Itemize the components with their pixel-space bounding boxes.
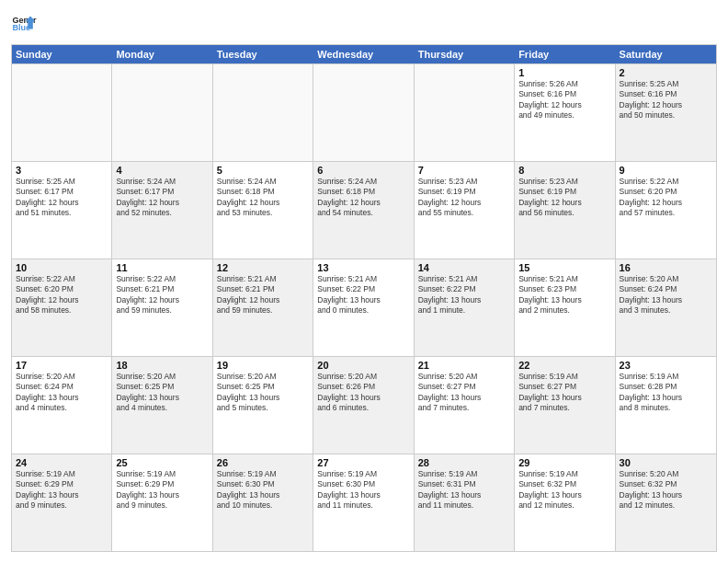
page: General Blue SundayMondayTuesdayWednesda… [0, 0, 728, 563]
day-number: 22 [518, 360, 610, 371]
cell-info: Sunrise: 5:20 AM Sunset: 6:27 PM Dayligh… [418, 372, 510, 414]
calendar-cell-2-2: 12Sunrise: 5:21 AM Sunset: 6:21 PM Dayli… [213, 259, 313, 356]
day-number: 17 [16, 360, 108, 371]
cell-info: Sunrise: 5:19 AM Sunset: 6:30 PM Dayligh… [317, 469, 409, 511]
calendar-cell-4-2: 26Sunrise: 5:19 AM Sunset: 6:30 PM Dayli… [213, 454, 313, 551]
calendar-cell-0-5: 1Sunrise: 5:26 AM Sunset: 6:16 PM Daylig… [515, 64, 615, 161]
header-day-wednesday: Wednesday [313, 45, 414, 63]
logo-icon: General Blue [11, 11, 37, 37]
cell-info: Sunrise: 5:19 AM Sunset: 6:29 PM Dayligh… [116, 469, 208, 511]
day-number: 27 [317, 457, 409, 468]
calendar-cell-3-5: 22Sunrise: 5:19 AM Sunset: 6:27 PM Dayli… [515, 357, 615, 454]
calendar-cell-1-0: 3Sunrise: 5:25 AM Sunset: 6:17 PM Daylig… [12, 162, 112, 259]
header-day-friday: Friday [515, 45, 615, 63]
calendar-cell-3-1: 18Sunrise: 5:20 AM Sunset: 6:25 PM Dayli… [112, 357, 212, 454]
day-number: 15 [518, 262, 610, 273]
calendar-cell-0-1 [112, 64, 212, 161]
calendar-cell-4-0: 24Sunrise: 5:19 AM Sunset: 6:29 PM Dayli… [12, 454, 112, 551]
calendar: SundayMondayTuesdayWednesdayThursdayFrid… [11, 44, 717, 552]
day-number: 4 [116, 165, 208, 176]
day-number: 18 [116, 360, 208, 371]
day-number: 23 [620, 360, 712, 371]
day-number: 24 [16, 457, 108, 468]
calendar-cell-2-3: 13Sunrise: 5:21 AM Sunset: 6:22 PM Dayli… [313, 259, 414, 356]
day-number: 8 [518, 165, 610, 176]
cell-info: Sunrise: 5:20 AM Sunset: 6:26 PM Dayligh… [317, 372, 409, 414]
cell-info: Sunrise: 5:21 AM Sunset: 6:22 PM Dayligh… [418, 274, 510, 316]
day-number: 14 [418, 262, 510, 273]
calendar-row-2: 10Sunrise: 5:22 AM Sunset: 6:20 PM Dayli… [12, 259, 716, 356]
day-number: 13 [317, 262, 409, 273]
cell-info: Sunrise: 5:23 AM Sunset: 6:19 PM Dayligh… [518, 177, 610, 219]
calendar-cell-3-6: 23Sunrise: 5:19 AM Sunset: 6:28 PM Dayli… [616, 357, 716, 454]
cell-info: Sunrise: 5:25 AM Sunset: 6:16 PM Dayligh… [620, 79, 712, 121]
svg-text:Blue: Blue [12, 23, 30, 32]
cell-info: Sunrise: 5:19 AM Sunset: 6:27 PM Dayligh… [518, 372, 610, 414]
day-number: 3 [16, 165, 108, 176]
calendar-cell-1-5: 8Sunrise: 5:23 AM Sunset: 6:19 PM Daylig… [515, 162, 615, 259]
cell-info: Sunrise: 5:22 AM Sunset: 6:20 PM Dayligh… [16, 274, 108, 316]
calendar-cell-2-6: 16Sunrise: 5:20 AM Sunset: 6:24 PM Dayli… [616, 259, 716, 356]
day-number: 7 [418, 165, 510, 176]
calendar-cell-4-6: 30Sunrise: 5:20 AM Sunset: 6:32 PM Dayli… [616, 454, 716, 551]
calendar-cell-1-4: 7Sunrise: 5:23 AM Sunset: 6:19 PM Daylig… [415, 162, 515, 259]
header-day-tuesday: Tuesday [213, 45, 313, 63]
cell-info: Sunrise: 5:24 AM Sunset: 6:18 PM Dayligh… [217, 177, 309, 219]
cell-info: Sunrise: 5:21 AM Sunset: 6:22 PM Dayligh… [317, 274, 409, 316]
calendar-cell-0-0 [12, 64, 112, 161]
cell-info: Sunrise: 5:21 AM Sunset: 6:21 PM Dayligh… [217, 274, 309, 316]
day-number: 10 [16, 262, 108, 273]
cell-info: Sunrise: 5:19 AM Sunset: 6:31 PM Dayligh… [418, 469, 510, 511]
cell-info: Sunrise: 5:22 AM Sunset: 6:21 PM Dayligh… [116, 274, 208, 316]
calendar-cell-2-5: 15Sunrise: 5:21 AM Sunset: 6:23 PM Dayli… [515, 259, 615, 356]
calendar-body: 1Sunrise: 5:26 AM Sunset: 6:16 PM Daylig… [12, 63, 716, 551]
calendar-cell-4-3: 27Sunrise: 5:19 AM Sunset: 6:30 PM Dayli… [313, 454, 414, 551]
header: General Blue [11, 11, 717, 37]
calendar-cell-3-2: 19Sunrise: 5:20 AM Sunset: 6:25 PM Dayli… [213, 357, 313, 454]
cell-info: Sunrise: 5:20 AM Sunset: 6:24 PM Dayligh… [620, 274, 712, 316]
calendar-cell-1-2: 5Sunrise: 5:24 AM Sunset: 6:18 PM Daylig… [213, 162, 313, 259]
calendar-cell-1-3: 6Sunrise: 5:24 AM Sunset: 6:18 PM Daylig… [313, 162, 414, 259]
calendar-cell-1-6: 9Sunrise: 5:22 AM Sunset: 6:20 PM Daylig… [616, 162, 716, 259]
day-number: 5 [217, 165, 309, 176]
calendar-cell-0-4 [415, 64, 515, 161]
calendar-cell-3-4: 21Sunrise: 5:20 AM Sunset: 6:27 PM Dayli… [415, 357, 515, 454]
cell-info: Sunrise: 5:25 AM Sunset: 6:17 PM Dayligh… [16, 177, 108, 219]
logo: General Blue [11, 11, 37, 37]
day-number: 28 [418, 457, 510, 468]
cell-info: Sunrise: 5:19 AM Sunset: 6:32 PM Dayligh… [518, 469, 610, 511]
header-day-monday: Monday [112, 45, 212, 63]
cell-info: Sunrise: 5:19 AM Sunset: 6:30 PM Dayligh… [217, 469, 309, 511]
day-number: 1 [518, 67, 610, 78]
day-number: 29 [518, 457, 610, 468]
calendar-cell-3-3: 20Sunrise: 5:20 AM Sunset: 6:26 PM Dayli… [313, 357, 414, 454]
day-number: 2 [620, 67, 712, 78]
calendar-row-1: 3Sunrise: 5:25 AM Sunset: 6:17 PM Daylig… [12, 161, 716, 259]
day-number: 19 [217, 360, 309, 371]
cell-info: Sunrise: 5:19 AM Sunset: 6:29 PM Dayligh… [16, 469, 108, 511]
cell-info: Sunrise: 5:24 AM Sunset: 6:18 PM Dayligh… [317, 177, 409, 219]
calendar-cell-0-2 [213, 64, 313, 161]
day-number: 21 [418, 360, 510, 371]
header-day-sunday: Sunday [12, 45, 112, 63]
calendar-cell-1-1: 4Sunrise: 5:24 AM Sunset: 6:17 PM Daylig… [112, 162, 212, 259]
calendar-cell-2-1: 11Sunrise: 5:22 AM Sunset: 6:21 PM Dayli… [112, 259, 212, 356]
header-day-saturday: Saturday [616, 45, 716, 63]
cell-info: Sunrise: 5:24 AM Sunset: 6:17 PM Dayligh… [116, 177, 208, 219]
calendar-cell-4-5: 29Sunrise: 5:19 AM Sunset: 6:32 PM Dayli… [515, 454, 615, 551]
calendar-cell-4-4: 28Sunrise: 5:19 AM Sunset: 6:31 PM Dayli… [415, 454, 515, 551]
cell-info: Sunrise: 5:20 AM Sunset: 6:32 PM Dayligh… [620, 469, 712, 511]
cell-info: Sunrise: 5:26 AM Sunset: 6:16 PM Dayligh… [518, 79, 610, 121]
calendar-cell-0-3 [313, 64, 414, 161]
calendar-cell-2-0: 10Sunrise: 5:22 AM Sunset: 6:20 PM Dayli… [12, 259, 112, 356]
cell-info: Sunrise: 5:22 AM Sunset: 6:20 PM Dayligh… [620, 177, 712, 219]
calendar-cell-0-6: 2Sunrise: 5:25 AM Sunset: 6:16 PM Daylig… [616, 64, 716, 161]
calendar-cell-4-1: 25Sunrise: 5:19 AM Sunset: 6:29 PM Dayli… [112, 454, 212, 551]
day-number: 20 [317, 360, 409, 371]
cell-info: Sunrise: 5:20 AM Sunset: 6:25 PM Dayligh… [217, 372, 309, 414]
day-number: 11 [116, 262, 208, 273]
calendar-header: SundayMondayTuesdayWednesdayThursdayFrid… [12, 45, 716, 63]
calendar-row-3: 17Sunrise: 5:20 AM Sunset: 6:24 PM Dayli… [12, 356, 716, 454]
calendar-cell-3-0: 17Sunrise: 5:20 AM Sunset: 6:24 PM Dayli… [12, 357, 112, 454]
cell-info: Sunrise: 5:20 AM Sunset: 6:25 PM Dayligh… [116, 372, 208, 414]
